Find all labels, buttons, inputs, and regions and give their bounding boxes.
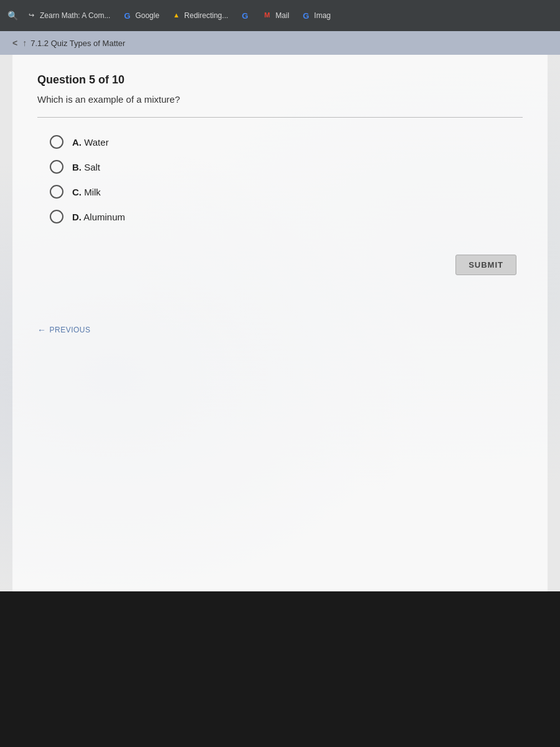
bottom-bar bbox=[0, 591, 560, 747]
tab-bar: ↪ Zearn Math: A Com... G Google ▲ Redire… bbox=[24, 9, 554, 22]
quiz-container: Question 5 of 10 Which is an example of … bbox=[12, 55, 548, 591]
tab-google3[interactable]: G Imag bbox=[298, 9, 336, 22]
option-c[interactable]: C. Milk bbox=[50, 185, 523, 199]
answer-options: A. Water B. Salt C. Milk D. Aluminum bbox=[37, 135, 523, 223]
tab-zearn[interactable]: ↪ Zearn Math: A Com... bbox=[24, 9, 115, 22]
tab-favicon-mail: M bbox=[264, 11, 273, 20]
tab-label-redirecting: Redirecting... bbox=[184, 11, 228, 20]
option-c-text: Milk bbox=[84, 187, 101, 197]
submit-button[interactable]: SUBMIT bbox=[455, 255, 516, 275]
option-b-text: Salt bbox=[84, 162, 100, 172]
breadcrumb-text: 7.1.2 Quiz Types of Matter bbox=[30, 39, 125, 48]
option-d-letter: D. bbox=[72, 212, 82, 222]
tab-favicon-google1: G bbox=[124, 11, 133, 20]
option-a-letter: A. bbox=[72, 137, 82, 148]
tab-label-zearn: Zearn Math: A Com... bbox=[40, 11, 110, 20]
option-c-label: C. Milk bbox=[72, 187, 101, 197]
tab-google2[interactable]: G bbox=[237, 9, 256, 22]
radio-b[interactable] bbox=[50, 160, 63, 174]
nav-back-arrow[interactable]: < bbox=[12, 38, 17, 48]
breadcrumb: ↑ 7.1.2 Quiz Types of Matter bbox=[22, 38, 125, 48]
option-b-label: B. Salt bbox=[72, 162, 100, 172]
previous-link[interactable]: ← PREVIOUS bbox=[37, 325, 91, 335]
tab-favicon-redirecting: ▲ bbox=[173, 11, 182, 20]
divider bbox=[37, 117, 523, 118]
option-d-text: Aluminum bbox=[83, 212, 125, 222]
submit-area: SUBMIT bbox=[37, 255, 523, 275]
option-a-label: A. Water bbox=[72, 137, 109, 148]
tab-favicon-zearn: ↪ bbox=[29, 11, 37, 20]
breadcrumb-icon: ↑ bbox=[22, 38, 27, 48]
option-c-letter: C. bbox=[72, 187, 82, 197]
radio-c[interactable] bbox=[50, 185, 63, 199]
browser-chrome: 🔍 ↪ Zearn Math: A Com... G Google ▲ Redi… bbox=[0, 0, 560, 31]
previous-label: PREVIOUS bbox=[50, 326, 91, 334]
radio-a[interactable] bbox=[50, 135, 63, 149]
search-icon[interactable]: 🔍 bbox=[6, 9, 19, 22]
tab-label-mail: Mail bbox=[276, 11, 289, 20]
option-b-letter: B. bbox=[72, 162, 82, 172]
previous-arrow-icon: ← bbox=[37, 325, 47, 335]
tab-mail[interactable]: M Mail bbox=[259, 9, 294, 22]
tab-favicon-google3: G bbox=[303, 11, 312, 20]
tab-favicon-google2: G bbox=[242, 11, 251, 20]
radio-d[interactable] bbox=[50, 210, 63, 223]
question-header: Question 5 of 10 bbox=[37, 73, 523, 87]
question-text: Which is an example of a mixture? bbox=[37, 94, 523, 105]
tab-redirecting[interactable]: ▲ Redirecting... bbox=[168, 9, 233, 22]
option-a[interactable]: A. Water bbox=[50, 135, 523, 149]
tab-label-google3: Imag bbox=[314, 11, 331, 20]
tab-google1[interactable]: G Google bbox=[119, 9, 164, 22]
option-d[interactable]: D. Aluminum bbox=[50, 210, 523, 223]
main-content: Question 5 of 10 Which is an example of … bbox=[0, 55, 560, 591]
tab-label-google1: Google bbox=[135, 11, 159, 20]
option-a-text: Water bbox=[84, 137, 108, 148]
option-b[interactable]: B. Salt bbox=[50, 160, 523, 174]
top-nav: < ↑ 7.1.2 Quiz Types of Matter bbox=[0, 31, 560, 55]
option-d-label: D. Aluminum bbox=[72, 212, 125, 222]
